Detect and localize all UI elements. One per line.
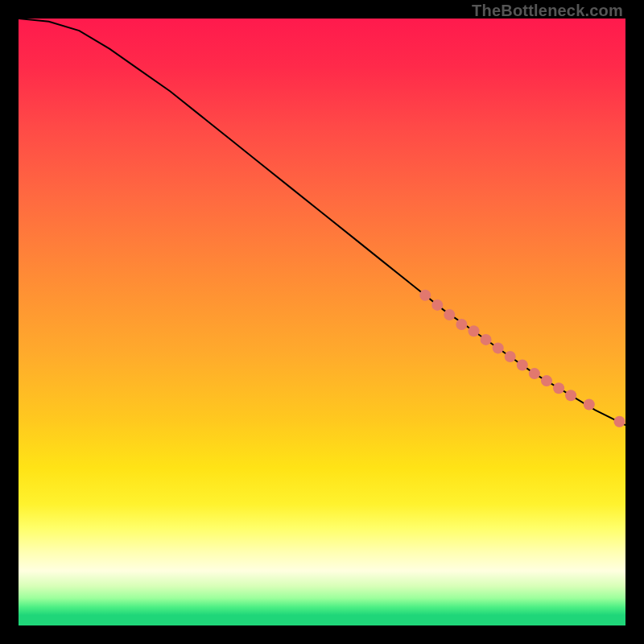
chart-points bbox=[419, 290, 625, 427]
data-point bbox=[541, 375, 552, 386]
chart-plot-area bbox=[19, 19, 625, 625]
chart-stage: TheBottleneck.com bbox=[0, 0, 644, 644]
data-point bbox=[584, 399, 595, 411]
data-point bbox=[614, 416, 625, 427]
data-point bbox=[553, 382, 564, 394]
data-point bbox=[444, 309, 455, 320]
data-point bbox=[431, 299, 443, 311]
data-point bbox=[456, 319, 467, 330]
chart-overlay bbox=[19, 19, 625, 625]
data-point bbox=[419, 290, 431, 301]
data-point bbox=[529, 368, 540, 379]
data-point bbox=[565, 390, 576, 401]
data-point bbox=[493, 342, 504, 353]
chart-curve bbox=[19, 19, 625, 425]
watermark-credit: TheBottleneck.com bbox=[472, 2, 623, 20]
data-point bbox=[505, 351, 516, 362]
data-point bbox=[517, 360, 528, 371]
data-point bbox=[481, 334, 492, 345]
data-point bbox=[469, 325, 480, 336]
